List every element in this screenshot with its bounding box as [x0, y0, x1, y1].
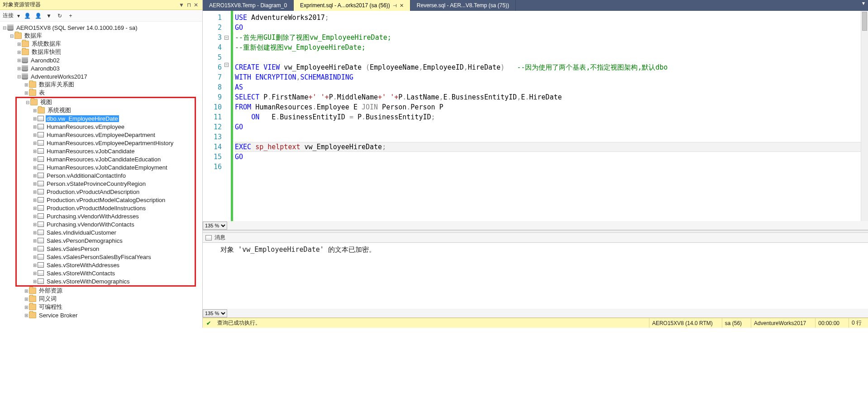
messages-icon	[205, 235, 212, 241]
tree-db-snapshots[interactable]: ⊞数据库快照	[0, 48, 202, 56]
zoom-select[interactable]: 135 %	[203, 222, 227, 230]
editor-scrollbar[interactable]	[861, 11, 868, 221]
view-icon	[38, 140, 44, 146]
tree-view-item[interactable]: ⊞HumanResources.vEmployeeDepartment	[17, 131, 195, 139]
tree-programmability[interactable]: ⊞可编程性	[0, 303, 202, 311]
tree-views[interactable]: ⊟视图	[17, 98, 195, 106]
tree-view-item[interactable]: ⊞HumanResources.vJobCandidateEmployment	[17, 163, 195, 171]
tree-view-item[interactable]: ⊞Sales.vSalesPersonSalesByFiscalYears	[17, 253, 195, 261]
disconnect-icon[interactable]: 👤	[34, 12, 42, 19]
status-bar: ✔ 查询已成功执行。 AERO15XV8 (14.0 RTM) sa (56) …	[203, 318, 868, 328]
tree-db-adventureworks[interactable]: ⊟AdventureWorks2017	[0, 72, 202, 80]
tree-root[interactable]: ⊟AERO15XV8 (SQL Server 14.0.1000.169 - s…	[0, 24, 202, 32]
fold-toggle-icon[interactable]: −	[224, 36, 229, 40]
tree-view-item[interactable]: ⊞Person.vStateProvinceCountryRegion	[17, 179, 195, 188]
code-body[interactable]: USE AdventureWorks2017; GO --首先用GUI删除了视图…	[233, 11, 868, 221]
tree-view-item[interactable]: ⊞HumanResources.vJobCandidate	[17, 147, 195, 155]
tree-view-item[interactable]: ⊞Sales.vIndividualCustomer	[17, 228, 195, 236]
tree-view-item[interactable]: ⊞Sales.vStoreWithAddresses	[17, 261, 195, 269]
view-icon	[38, 246, 44, 251]
view-icon	[38, 189, 44, 194]
tree-view-item[interactable]: ⊞Sales.vStoreWithDemographics	[17, 277, 195, 285]
view-icon	[38, 205, 44, 211]
database-icon	[22, 65, 28, 71]
view-icon	[38, 173, 44, 178]
editor-area: AERO15XV8.Temp - Diagram_0 Expriment.sql…	[203, 0, 868, 328]
status-user: sa (56)	[722, 318, 744, 328]
view-icon	[38, 116, 44, 121]
connect-label[interactable]: 连接	[3, 12, 14, 19]
tree-db-aarondb03[interactable]: ⊞Aarondb03	[0, 64, 202, 72]
database-icon	[22, 57, 28, 63]
folder-icon	[29, 296, 36, 302]
fold-toggle-icon[interactable]: −	[224, 63, 229, 67]
filter-icon[interactable]: ▼	[45, 12, 52, 19]
database-icon	[22, 73, 28, 80]
tree-view-item[interactable]: ⊞HumanResources.vEmployee	[17, 123, 195, 131]
tree-view-item[interactable]: ⊞HumanResources.vJobCandidateEducation	[17, 155, 195, 163]
tree-view-item[interactable]: ⊞HumanResources.vEmployeeDepartmentHisto…	[17, 139, 195, 147]
tab-diagram[interactable]: AERO15XV8.Temp - Diagram_0	[203, 0, 294, 11]
tree-view-item[interactable]: ⊞Purchasing.vVendorWithContacts	[17, 220, 195, 228]
view-icon	[38, 222, 44, 227]
messages-tab[interactable]: 消息	[215, 234, 225, 241]
tree-databases[interactable]: ⊟数据库	[0, 32, 202, 40]
tree-view-item[interactable]: ⊞Production.vProductAndDescription	[17, 188, 195, 196]
tree-view-selected[interactable]: ⊞dbo.vw_EmployeeHireDate	[17, 114, 195, 123]
tree-sys-views[interactable]: ⊞系统视图	[17, 106, 195, 114]
tree-view-item[interactable]: ⊞Production.vProductModelInstructions	[17, 204, 195, 212]
status-server: AERO15XV8 (14.0 RTM)	[649, 318, 715, 328]
code-editor[interactable]: 12345678910111213141516 − − USE Adventur…	[203, 11, 868, 221]
document-tabbar: AERO15XV8.Temp - Diagram_0 Expriment.sql…	[203, 0, 868, 11]
tree-synonyms[interactable]: ⊞同义词	[0, 295, 202, 303]
tree-view-item[interactable]: ⊞Person.vAdditionalContactInfo	[17, 171, 195, 179]
tab-overflow-icon[interactable]: ▾	[859, 0, 868, 11]
folder-icon	[30, 99, 38, 105]
view-icon	[38, 132, 44, 137]
tree-external[interactable]: ⊞外部资源	[0, 287, 202, 295]
folder-icon	[29, 312, 36, 318]
tree-view-item[interactable]: ⊞Production.vProductModelCatalogDescript…	[17, 196, 195, 204]
status-time: 00:00:00	[815, 318, 842, 328]
connect-icon[interactable]: 👤	[24, 12, 31, 19]
close-tab-icon[interactable]: ✕	[400, 3, 404, 9]
plus-icon[interactable]: +	[67, 12, 74, 19]
view-icon	[38, 148, 44, 154]
line-number-gutter: 12345678910111213141516 − −	[203, 11, 231, 221]
view-icon	[38, 254, 44, 260]
zoom-bar-lower: 135 %	[203, 309, 868, 318]
tree-view-item[interactable]: ⊞Sales.vPersonDemographics	[17, 236, 195, 245]
view-icon	[38, 156, 44, 162]
view-icon	[38, 278, 44, 284]
tree-sys-dbs[interactable]: ⊞系统数据库	[0, 40, 202, 48]
panel-header: 对象资源管理器 ▼ ⊓ ✕	[0, 0, 202, 10]
refresh-icon[interactable]: ↻	[56, 12, 63, 19]
tree-tables[interactable]: ⊞表	[0, 89, 202, 97]
object-tree[interactable]: ⊟AERO15XV8 (SQL Server 14.0.1000.169 - s…	[0, 22, 202, 328]
tree-view-item[interactable]: ⊞Sales.vSalesPerson	[17, 245, 195, 253]
view-icon	[38, 238, 44, 243]
messages-body[interactable]: 对象 'vw_EmployeeHireDate' 的文本已加密。	[203, 243, 868, 309]
view-icon	[38, 270, 44, 276]
pin-icon[interactable]: ⊣	[393, 3, 397, 8]
panel-dropdown-icon[interactable]: ▼	[178, 2, 185, 8]
folder-icon	[14, 33, 22, 39]
status-rows: 0 行	[849, 318, 864, 328]
folder-icon	[22, 49, 29, 55]
tree-db-aarondb02[interactable]: ⊞Aarondb02	[0, 56, 202, 64]
folder-icon	[29, 288, 36, 294]
panel-pin-icon[interactable]: ⊓	[185, 2, 192, 8]
tab-expriment-sql[interactable]: Expriment.sql - A...orks2017 (sa (56))⊣✕	[294, 0, 410, 11]
tab-reverse-sql[interactable]: Reverse.sql - AER...V8.Temp (sa (75))	[410, 0, 516, 11]
tree-view-item[interactable]: ⊞Sales.vStoreWithContacts	[17, 269, 195, 277]
tree-view-item[interactable]: ⊞Purchasing.vVendorWithAddresses	[17, 212, 195, 220]
view-icon	[38, 197, 44, 203]
view-icon	[38, 230, 44, 235]
status-db: AdventureWorks2017	[751, 318, 809, 328]
panel-close-icon[interactable]: ✕	[192, 2, 200, 8]
tree-service-broker[interactable]: ⊞Service Broker	[0, 311, 202, 319]
status-ok-icon: ✔	[206, 320, 211, 326]
folder-icon	[22, 41, 29, 47]
zoom-select-lower[interactable]: 135 %	[203, 309, 227, 317]
tree-diagrams[interactable]: ⊞数据库关系图	[0, 80, 202, 89]
